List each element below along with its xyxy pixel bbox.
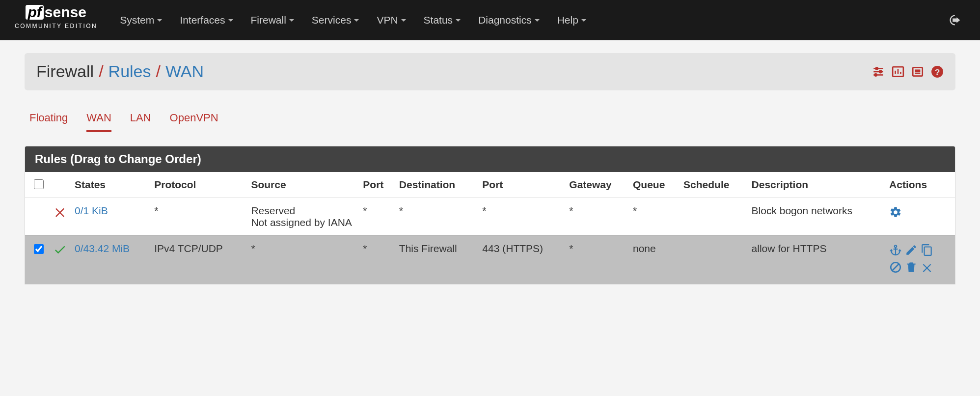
states-link[interactable]: 0/1 KiB [75, 205, 108, 216]
svg-point-5 [874, 74, 876, 76]
log-icon[interactable] [911, 65, 924, 78]
nav-status[interactable]: Status [415, 0, 470, 40]
brand-community-edition: COMMUNITY EDITION [15, 23, 97, 29]
caret-down-icon [401, 19, 406, 22]
nav-vpn[interactable]: VPN [368, 0, 414, 40]
nav-status-label: Status [424, 14, 453, 26]
sliders-icon[interactable] [872, 65, 885, 78]
col-port2: Port [478, 172, 565, 198]
col-source: Source [247, 172, 359, 198]
cell-description: allow for HTTPS [748, 236, 886, 284]
panel-title: Rules (Drag to Change Order) [25, 146, 955, 172]
caret-down-icon [535, 19, 540, 22]
col-gateway: Gateway [565, 172, 629, 198]
nav-system[interactable]: System [111, 0, 171, 40]
caret-down-icon [289, 19, 294, 22]
row-checkbox[interactable] [34, 244, 44, 254]
cell-destination: This Firewall [395, 236, 479, 284]
tab-openvpn[interactable]: OpenVPN [170, 112, 218, 132]
caret-down-icon [157, 19, 162, 22]
caret-down-icon [228, 19, 233, 22]
interface-tabs: Floating WAN LAN OpenVPN [25, 112, 955, 132]
cell-queue: none [629, 236, 680, 284]
select-all-checkbox[interactable] [34, 179, 44, 189]
col-status [49, 172, 71, 198]
cell-source-port: * [359, 236, 395, 284]
block-icon [53, 205, 67, 219]
tab-lan[interactable]: LAN [130, 112, 151, 132]
brand-logo[interactable]: pf sense COMMUNITY EDITION [15, 0, 97, 29]
breadcrumb: Firewall / Rules / WAN [36, 62, 204, 81]
rules-panel: Rules (Drag to Change Order) States Prot… [25, 146, 955, 284]
breadcrumb-sep: / [156, 62, 161, 81]
copy-icon[interactable] [921, 244, 933, 256]
cell-schedule [680, 236, 748, 284]
header-action-icons: ? [872, 65, 944, 78]
cell-source: Reserved Not assigned by IANA [247, 198, 359, 236]
caret-down-icon [354, 19, 359, 22]
cell-protocol: * [150, 198, 247, 236]
cell-source-port: * [359, 198, 395, 236]
table-row[interactable]: 0/1 KiB*Reserved Not assigned by IANA***… [25, 198, 955, 236]
breadcrumb-sep: / [99, 62, 103, 81]
states-link[interactable]: 0/43.42 MiB [75, 243, 130, 254]
tab-floating[interactable]: Floating [29, 112, 68, 132]
nav-services-label: Services [312, 14, 352, 26]
nav-services[interactable]: Services [303, 0, 368, 40]
cell-actions [885, 198, 955, 236]
cell-dest-port: 443 (HTTPS) [478, 236, 565, 284]
col-description: Description [748, 172, 886, 198]
col-actions: Actions [885, 172, 955, 198]
nav-diagnostics[interactable]: Diagnostics [469, 0, 548, 40]
cell-queue: * [629, 198, 680, 236]
table-row[interactable]: 0/43.42 MiBIPv4 TCP/UDP**This Firewall44… [25, 236, 955, 284]
cell-gateway: * [565, 198, 629, 236]
help-icon[interactable]: ? [931, 65, 944, 78]
nav-system-label: System [120, 14, 154, 26]
disable-icon[interactable] [889, 261, 902, 274]
svg-point-3 [876, 67, 878, 69]
nav-firewall[interactable]: Firewall [242, 0, 303, 40]
check-icon [53, 243, 67, 256]
breadcrumb-root: Firewall [36, 62, 94, 81]
col-schedule: Schedule [680, 172, 748, 198]
cell-schedule [680, 198, 748, 236]
delete-icon[interactable] [905, 261, 918, 274]
settings-icon[interactable] [889, 206, 902, 219]
cell-dest-port: * [478, 198, 565, 236]
bar-chart-icon[interactable] [892, 65, 904, 78]
brand-sense: sense [45, 5, 86, 20]
svg-text:?: ? [935, 67, 940, 77]
breadcrumb-rules[interactable]: Rules [109, 62, 151, 81]
caret-down-icon [581, 19, 586, 22]
cell-protocol: IPv4 TCP/UDP [150, 236, 247, 284]
logout-icon [949, 13, 962, 27]
nav-diagnostics-label: Diagnostics [478, 14, 532, 26]
col-select [25, 172, 49, 198]
nav-firewall-label: Firewall [251, 14, 286, 26]
table-header-row: States Protocol Source Port Destination … [25, 172, 955, 198]
col-queue: Queue [629, 172, 680, 198]
breadcrumb-wan[interactable]: WAN [165, 62, 204, 81]
nav-interfaces[interactable]: Interfaces [171, 0, 242, 40]
tab-wan[interactable]: WAN [86, 112, 111, 132]
nav-help[interactable]: Help [548, 0, 595, 40]
edit-icon[interactable] [905, 244, 918, 256]
cell-destination: * [395, 198, 479, 236]
rules-table: States Protocol Source Port Destination … [25, 172, 955, 284]
anchor-icon[interactable] [889, 244, 902, 256]
nav-interfaces-label: Interfaces [180, 14, 225, 26]
top-navbar: pf sense COMMUNITY EDITION System Interf… [0, 0, 980, 40]
logout-button[interactable] [946, 0, 965, 40]
page-header: Firewall / Rules / WAN ? [25, 53, 955, 90]
col-port: Port [359, 172, 395, 198]
cell-source: * [247, 236, 359, 284]
svg-point-4 [879, 70, 881, 72]
close-icon[interactable] [921, 261, 933, 274]
cell-gateway: * [565, 236, 629, 284]
cell-description: Block bogon networks [748, 198, 886, 236]
nav-help-label: Help [557, 14, 578, 26]
brand-pf: pf [26, 5, 43, 20]
col-destination: Destination [395, 172, 479, 198]
nav-vpn-label: VPN [377, 14, 398, 26]
